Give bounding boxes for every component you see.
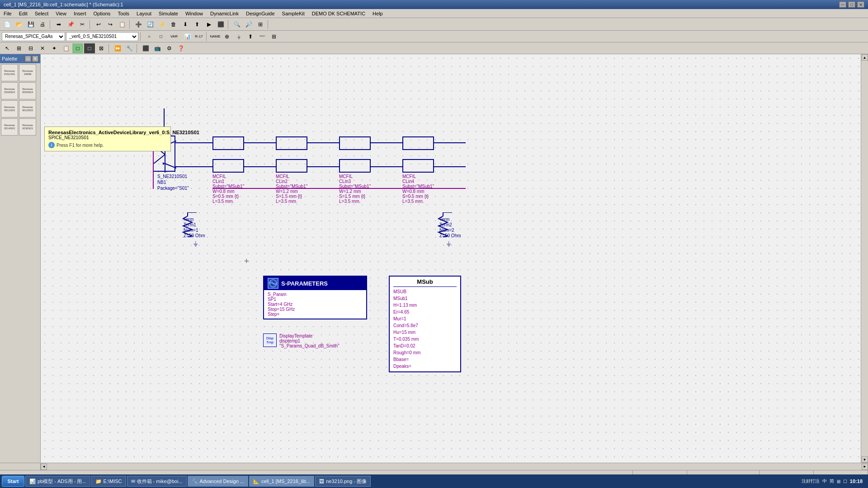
ground-button[interactable]: ⏚	[233, 32, 244, 42]
help-button[interactable]: ❓	[175, 43, 186, 53]
misc-button[interactable]: ⊞	[269, 32, 279, 42]
minimize-button[interactable]: ─	[839, 1, 846, 8]
cut-button[interactable]: ✂	[77, 19, 88, 29]
taskbar-cell1[interactable]: 📐 cell_1 [MS_2216_lib...	[249, 476, 314, 487]
var-button[interactable]: VAR	[167, 32, 181, 42]
redo-button[interactable]: ↪	[105, 19, 116, 29]
tooltip-title: RenesasElectronics_ActiveDeviceLibrary_v…	[48, 130, 167, 135]
port-button[interactable]: ⊕	[222, 32, 232, 42]
r17-button[interactable]: R-17	[193, 32, 204, 42]
taskbar-ads[interactable]: 📊 pb模型 - ADS用 - 用...	[25, 476, 90, 487]
menu-select[interactable]: Select	[31, 9, 52, 18]
taskbar-misc[interactable]: 📁 E:\MISC	[91, 476, 126, 487]
layout-tool2[interactable]: ⊟	[25, 43, 36, 53]
palette-item-1[interactable]: Renesas 34898	[19, 64, 36, 81]
v-scrollbar[interactable]: ▲ ▼	[861, 54, 868, 463]
name-button[interactable]: NAME	[210, 32, 221, 42]
menu-layout[interactable]: Layout	[133, 9, 155, 18]
zoom-in[interactable]: 🔍	[231, 19, 242, 29]
lib-dropdown[interactable]: Renesas_SPICE_GaAs	[2, 32, 65, 41]
run-button[interactable]: ▶	[203, 19, 214, 29]
palette-close[interactable]: ✕	[32, 56, 38, 62]
schematic-canvas[interactable]: RenesasElectronics_ActiveDeviceLibrary_v…	[41, 54, 868, 463]
menu-options[interactable]: Options	[90, 9, 114, 18]
menu-insert[interactable]: Insert	[70, 9, 90, 18]
menu-dynamiclink[interactable]: DynamicLink	[207, 9, 242, 18]
black-box[interactable]: □	[84, 43, 95, 53]
stop-button[interactable]: ⬛	[215, 19, 226, 29]
delete-button[interactable]: 🗑	[168, 19, 179, 29]
hiero-button[interactable]: 🔧	[124, 43, 135, 53]
palette-item-6[interactable]: Renesas 3514S02	[1, 118, 18, 136]
component-add[interactable]: ➕	[133, 19, 144, 29]
light-box[interactable]: ⊠	[96, 43, 107, 53]
down-button[interactable]: ⬇	[180, 19, 191, 29]
taskbar-ne3210[interactable]: 🖼 ne3210.png - 图像	[315, 476, 371, 487]
clin4-box	[402, 136, 434, 150]
open-button[interactable]: 📂	[14, 19, 24, 29]
scroll-right[interactable]: ►	[862, 464, 868, 470]
mirror-button[interactable]: ⚡	[156, 19, 167, 29]
stop-red[interactable]: ⬛	[140, 43, 151, 53]
menu-designguide[interactable]: DesignGuide	[242, 9, 278, 18]
menu-demodkschematic[interactable]: DEMO DK SCHEMATIC	[308, 9, 369, 18]
maximize-button[interactable]: □	[848, 1, 855, 8]
palette-item-2[interactable]: Renesas 2503S04	[1, 82, 18, 99]
display-button[interactable]: 📺	[152, 43, 163, 53]
zoom-fit[interactable]: ⊞	[255, 19, 266, 29]
forward-button[interactable]: ⏩	[112, 43, 123, 53]
sep1	[50, 20, 52, 29]
rotate-button[interactable]: 🔄	[145, 19, 156, 29]
options-button[interactable]: ⚙	[164, 43, 175, 53]
menu-tools[interactable]: Tools	[114, 9, 133, 18]
close-button[interactable]: ✕	[857, 1, 864, 8]
print-button[interactable]: 🖨	[37, 19, 48, 29]
palette-item-7[interactable]: Renesas 4230S01	[19, 118, 36, 136]
wave-button[interactable]: 〰	[257, 32, 268, 42]
netlist-tool[interactable]: 📋	[61, 43, 71, 53]
select-tool[interactable]: ↖	[2, 43, 13, 53]
palette-item-4[interactable]: Renesas 3511S02	[1, 100, 18, 117]
up-button[interactable]: ⬆	[192, 19, 203, 29]
probe-button[interactable]: ⬆	[245, 32, 256, 42]
clin1-box2	[212, 159, 244, 173]
delete-tool[interactable]: ✕	[37, 43, 48, 53]
scroll-left[interactable]: ◄	[41, 464, 47, 470]
palette-item-5[interactable]: Renesas 3512S02	[19, 100, 36, 117]
menu-simulate[interactable]: Simulate	[155, 9, 182, 18]
start-button[interactable]: Start	[2, 476, 24, 487]
pin-button[interactable]: 📌	[65, 19, 76, 29]
circle-button[interactable]: ○	[144, 32, 155, 42]
clin2-box2	[276, 159, 307, 173]
green-box[interactable]: □	[72, 43, 83, 53]
clin1-label2: CLin1	[212, 179, 224, 184]
arrow-button[interactable]: ➡	[53, 19, 64, 29]
new-button[interactable]: 📄	[2, 19, 13, 29]
menu-samplekit[interactable]: SampleKit	[278, 9, 308, 18]
graph-button[interactable]: 📊	[182, 32, 193, 42]
menu-window[interactable]: Window	[182, 9, 207, 18]
connect-tool[interactable]: ✦	[49, 43, 60, 53]
sparams-title: S-PARAMETERS	[281, 280, 328, 287]
layout-tool1[interactable]: ⊞	[14, 43, 24, 53]
taskbar-advanced-design[interactable]: 🔧 Advanced Design ...	[188, 476, 248, 487]
window-controls: ─ □ ✕	[839, 1, 864, 8]
zoom-out[interactable]: 🔎	[243, 19, 254, 29]
msub-Hu: Hu=15 mm	[393, 329, 457, 336]
palette-item-3[interactable]: Renesas 3503S04	[19, 82, 36, 99]
undo-button[interactable]: ↩	[93, 19, 104, 29]
taskbar-email[interactable]: ✉ 收件箱 - mike@boi...	[127, 476, 187, 487]
transistor-pkg: Package="S01"	[157, 186, 189, 191]
menu-file[interactable]: File	[0, 9, 15, 18]
paste-button[interactable]: 📋	[117, 19, 127, 29]
palette-item-0[interactable]: Renesas 2V61S01	[1, 64, 18, 81]
menu-edit[interactable]: Edit	[15, 9, 31, 18]
save-button[interactable]: 💾	[25, 19, 36, 29]
term2-num: Num=2	[439, 228, 454, 233]
component-dropdown[interactable]: _ver6_0:S_NE3210S01	[66, 32, 138, 41]
palette-minimize[interactable]: ─	[25, 56, 31, 62]
menu-view[interactable]: View	[52, 9, 70, 18]
square-button[interactable]: □	[156, 32, 166, 42]
menu-help[interactable]: Help	[369, 9, 387, 18]
advanced-design-label: Advanced Design ...	[200, 479, 244, 484]
